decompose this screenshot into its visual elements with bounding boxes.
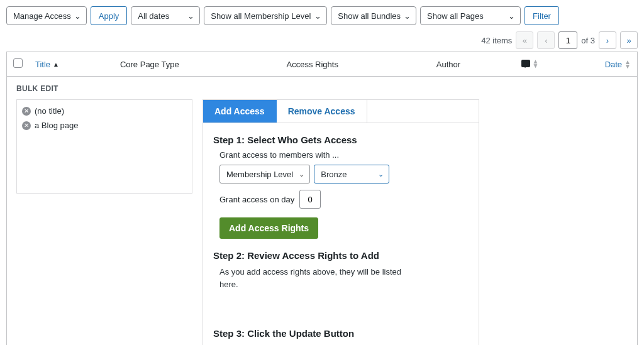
bulk-item-label: a Blog page [35, 121, 78, 130]
bulk-item: ✕ a Blog page [22, 118, 187, 133]
tab-add-access[interactable]: Add Access [203, 100, 277, 123]
sort-icon: ▲▼ [532, 59, 538, 68]
filter-bar: Manage Access ⌄ Apply All dates ⌄ Show a… [6, 6, 638, 25]
access-type-select[interactable]: Membership Level ⌄ [219, 165, 310, 183]
chevron-down-icon: ⌄ [299, 170, 304, 178]
pagination: 42 items « ‹ of 3 › » [6, 31, 638, 49]
chevron-down-icon: ⌄ [508, 11, 515, 21]
page-prev-button[interactable]: ‹ [537, 31, 555, 49]
select-all-checkbox[interactable] [13, 58, 23, 68]
comment-icon [521, 60, 530, 67]
step2-text: As you add access rights above, they wil… [219, 266, 402, 290]
level-filter-select[interactable]: Show all Membership Levels ⌄ [204, 6, 327, 25]
chevron-down-icon: ⌄ [187, 11, 194, 21]
access-type-value: Membership Level [226, 170, 293, 179]
items-count: 42 items [481, 36, 512, 45]
grant-on-day-label: Grant access on day [219, 195, 294, 204]
page-filter-value: Show all Pages [427, 11, 484, 21]
chevron-down-icon: ⌄ [378, 170, 384, 178]
col-date-label: Date [605, 60, 622, 69]
step3-heading: Step 3: Click the Update Button [213, 328, 469, 339]
page-current-input[interactable] [558, 31, 577, 49]
add-access-rights-button[interactable]: Add Access Rights [219, 217, 318, 239]
bundle-filter-select[interactable]: Show all Bundles ⌄ [331, 6, 416, 25]
access-panel: Add Access Remove Access Step 1: Select … [203, 99, 479, 345]
apply-button[interactable]: Apply [91, 6, 128, 25]
bulk-item-label: (no title) [35, 106, 64, 116]
step2-heading: Step 2: Review Access Rights to Add [213, 250, 469, 261]
filter-button[interactable]: Filter [525, 6, 559, 25]
bulk-edit-heading: BULK EDIT [16, 84, 628, 93]
bulk-edit-row: BULK EDIT ✕ (no title) ✕ a Blog page [7, 77, 638, 346]
chevron-down-icon: ⌄ [74, 11, 81, 21]
bulk-item: ✕ (no title) [22, 104, 187, 118]
access-level-value: Bronze [321, 170, 347, 179]
remove-item-icon[interactable]: ✕ [22, 107, 31, 116]
col-core-type: Core Page Type [114, 52, 280, 77]
date-filter-select[interactable]: All dates ⌄ [131, 6, 200, 25]
page-last-button[interactable]: » [620, 31, 638, 49]
access-level-select[interactable]: Bronze ⌄ [314, 165, 389, 183]
bundle-filter-value: Show all Bundles [338, 11, 401, 21]
page-filter-select[interactable]: Show all Pages ⌄ [420, 6, 521, 25]
bulk-action-select[interactable]: Manage Access ⌄ [6, 6, 87, 25]
level-filter-value: Show all Membership Levels [211, 11, 311, 21]
page-of-label: of 3 [581, 36, 595, 45]
chevron-down-icon: ⌄ [314, 11, 321, 21]
tab-remove-access[interactable]: Remove Access [277, 100, 367, 123]
col-title[interactable]: Title ▲ [35, 60, 59, 69]
grant-access-label: Grant access to members with ... [219, 150, 469, 160]
col-author: Author [430, 52, 516, 77]
bulk-action-value: Manage Access [13, 11, 71, 21]
sort-icon: ▲▼ [625, 60, 631, 68]
remove-item-icon[interactable]: ✕ [22, 121, 31, 130]
col-date[interactable]: Date ▲▼ [605, 60, 631, 69]
grant-on-day-input[interactable] [299, 190, 321, 209]
date-filter-value: All dates [138, 11, 169, 21]
access-tabs: Add Access Remove Access [203, 100, 479, 123]
step1-heading: Step 1: Select Who Gets Access [213, 134, 469, 145]
bulk-items-list: ✕ (no title) ✕ a Blog page [16, 99, 192, 194]
pages-table: Title ▲ Core Page Type Access Rights Aut… [6, 52, 638, 345]
sort-asc-icon: ▲ [53, 61, 59, 68]
page-next-button[interactable]: › [599, 31, 616, 49]
col-access: Access Rights [280, 52, 430, 77]
chevron-down-icon: ⌄ [404, 11, 411, 21]
page-first-button[interactable]: « [516, 31, 533, 49]
col-comments[interactable]: ▲▼ [521, 59, 538, 68]
col-title-label: Title [35, 60, 50, 69]
table-header: Title ▲ Core Page Type Access Rights Aut… [7, 52, 638, 77]
